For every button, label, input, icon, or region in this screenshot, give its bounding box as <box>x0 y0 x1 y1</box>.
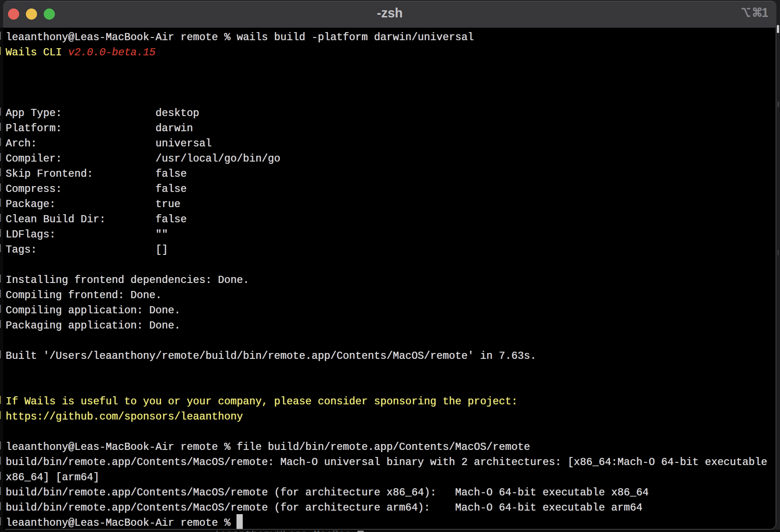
svg-text:1: 1 <box>762 8 768 17</box>
